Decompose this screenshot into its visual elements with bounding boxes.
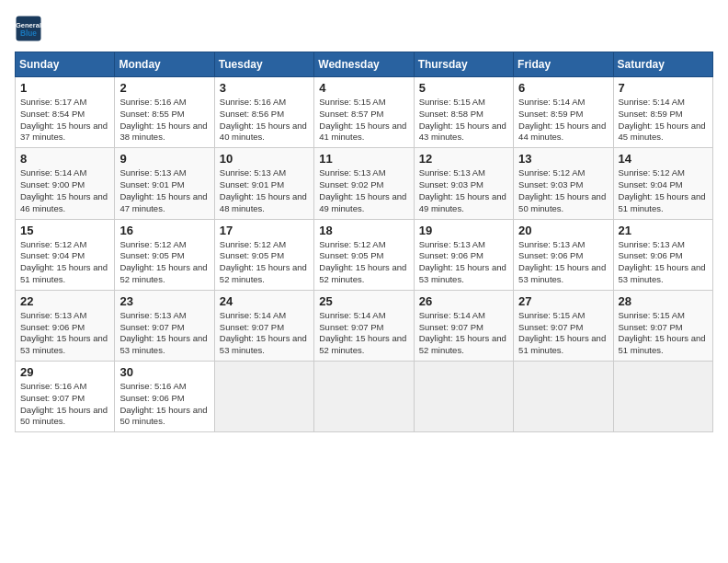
- calendar-cell: [514, 362, 613, 432]
- col-header-wednesday: Wednesday: [314, 52, 414, 77]
- day-info: Sunrise: 5:16 AMSunset: 9:07 PMDaylight:…: [20, 381, 108, 426]
- calendar-cell: 19 Sunrise: 5:13 AMSunset: 9:06 PMDaylig…: [414, 219, 513, 290]
- calendar-cell: 12 Sunrise: 5:13 AMSunset: 9:03 PMDaylig…: [414, 148, 513, 219]
- calendar-cell: 22 Sunrise: 5:13 AMSunset: 9:06 PMDaylig…: [16, 290, 115, 361]
- calendar-cell: 10 Sunrise: 5:13 AMSunset: 9:01 PMDaylig…: [214, 148, 313, 219]
- calendar-cell: 13 Sunrise: 5:12 AMSunset: 9:03 PMDaylig…: [514, 148, 613, 219]
- calendar-cell: 2 Sunrise: 5:16 AMSunset: 8:55 PMDayligh…: [115, 77, 214, 148]
- day-number: 30: [119, 365, 209, 379]
- day-number: 27: [518, 294, 608, 308]
- day-info: Sunrise: 5:15 AMSunset: 9:07 PMDaylight:…: [619, 310, 706, 355]
- day-info: Sunrise: 5:14 AMSunset: 8:59 PMDaylight:…: [619, 97, 706, 142]
- day-info: Sunrise: 5:14 AMSunset: 9:00 PMDaylight:…: [20, 167, 108, 213]
- day-info: Sunrise: 5:13 AMSunset: 9:06 PMDaylight:…: [419, 239, 506, 284]
- calendar-cell: 6 Sunrise: 5:14 AMSunset: 8:59 PMDayligh…: [514, 77, 613, 148]
- calendar-cell: 7 Sunrise: 5:14 AMSunset: 8:59 PMDayligh…: [613, 77, 712, 148]
- day-number: 7: [619, 81, 708, 95]
- day-info: Sunrise: 5:15 AMSunset: 8:57 PMDaylight:…: [319, 97, 406, 142]
- calendar-cell: [314, 362, 414, 432]
- day-info: Sunrise: 5:15 AMSunset: 8:58 PMDaylight:…: [419, 97, 506, 142]
- calendar-cell: 20 Sunrise: 5:13 AMSunset: 9:06 PMDaylig…: [514, 219, 613, 290]
- day-info: Sunrise: 5:13 AMSunset: 9:01 PMDaylight:…: [220, 167, 307, 213]
- day-number: 5: [419, 81, 508, 95]
- day-number: 3: [220, 81, 309, 95]
- day-number: 11: [319, 152, 408, 166]
- day-info: Sunrise: 5:16 AMSunset: 8:55 PMDaylight:…: [119, 97, 207, 142]
- col-header-thursday: Thursday: [414, 52, 513, 77]
- calendar-cell: 29 Sunrise: 5:16 AMSunset: 9:07 PMDaylig…: [16, 362, 115, 432]
- calendar-cell: 26 Sunrise: 5:14 AMSunset: 9:07 PMDaylig…: [414, 290, 513, 361]
- day-number: 14: [619, 152, 708, 166]
- calendar-cell: 3 Sunrise: 5:16 AMSunset: 8:56 PMDayligh…: [214, 77, 313, 148]
- calendar-cell: 11 Sunrise: 5:13 AMSunset: 9:02 PMDaylig…: [314, 148, 414, 219]
- day-number: 9: [119, 152, 209, 166]
- calendar-cell: [214, 362, 313, 432]
- calendar-cell: [613, 362, 712, 432]
- day-number: 29: [20, 365, 109, 379]
- day-info: Sunrise: 5:16 AMSunset: 9:06 PMDaylight:…: [119, 381, 207, 426]
- logo: General Blue: [15, 15, 42, 42]
- day-number: 16: [119, 224, 209, 237]
- day-info: Sunrise: 5:12 AMSunset: 9:04 PMDaylight:…: [619, 167, 706, 213]
- day-info: Sunrise: 5:13 AMSunset: 9:06 PMDaylight:…: [20, 310, 108, 355]
- day-info: Sunrise: 5:17 AMSunset: 8:54 PMDaylight:…: [20, 97, 108, 142]
- calendar-cell: 24 Sunrise: 5:14 AMSunset: 9:07 PMDaylig…: [214, 290, 313, 361]
- calendar-cell: 17 Sunrise: 5:12 AMSunset: 9:05 PMDaylig…: [214, 219, 313, 290]
- day-number: 8: [20, 152, 109, 166]
- calendar-cell: 27 Sunrise: 5:15 AMSunset: 9:07 PMDaylig…: [514, 290, 613, 361]
- calendar-cell: 28 Sunrise: 5:15 AMSunset: 9:07 PMDaylig…: [613, 290, 712, 361]
- calendar-cell: 15 Sunrise: 5:12 AMSunset: 9:04 PMDaylig…: [16, 219, 115, 290]
- calendar-cell: [414, 362, 513, 432]
- day-info: Sunrise: 5:13 AMSunset: 9:06 PMDaylight:…: [518, 239, 606, 284]
- calendar-cell: 25 Sunrise: 5:14 AMSunset: 9:07 PMDaylig…: [314, 290, 414, 361]
- day-info: Sunrise: 5:12 AMSunset: 9:05 PMDaylight:…: [319, 239, 406, 284]
- day-info: Sunrise: 5:13 AMSunset: 9:07 PMDaylight:…: [119, 310, 207, 355]
- day-info: Sunrise: 5:13 AMSunset: 9:02 PMDaylight:…: [319, 167, 406, 213]
- day-number: 26: [419, 294, 508, 308]
- day-number: 13: [518, 152, 608, 166]
- col-header-friday: Friday: [514, 52, 613, 77]
- day-number: 24: [220, 294, 309, 308]
- calendar-cell: 5 Sunrise: 5:15 AMSunset: 8:58 PMDayligh…: [414, 77, 513, 148]
- day-info: Sunrise: 5:13 AMSunset: 9:01 PMDaylight:…: [119, 167, 207, 213]
- calendar-cell: 16 Sunrise: 5:12 AMSunset: 9:05 PMDaylig…: [115, 219, 214, 290]
- calendar-cell: 4 Sunrise: 5:15 AMSunset: 8:57 PMDayligh…: [314, 77, 414, 148]
- day-info: Sunrise: 5:13 AMSunset: 9:06 PMDaylight:…: [619, 239, 706, 284]
- logo-icon: General Blue: [15, 15, 42, 42]
- col-header-tuesday: Tuesday: [214, 52, 313, 77]
- day-number: 22: [20, 294, 109, 308]
- calendar-cell: 14 Sunrise: 5:12 AMSunset: 9:04 PMDaylig…: [613, 148, 712, 219]
- svg-text:General: General: [16, 21, 41, 29]
- calendar-table: SundayMondayTuesdayWednesdayThursdayFrid…: [15, 52, 713, 432]
- day-number: 18: [319, 224, 408, 237]
- day-info: Sunrise: 5:14 AMSunset: 9:07 PMDaylight:…: [319, 310, 406, 355]
- day-number: 21: [619, 224, 708, 237]
- col-header-saturday: Saturday: [613, 52, 712, 77]
- calendar-cell: 21 Sunrise: 5:13 AMSunset: 9:06 PMDaylig…: [613, 219, 712, 290]
- calendar-cell: 23 Sunrise: 5:13 AMSunset: 9:07 PMDaylig…: [115, 290, 214, 361]
- day-info: Sunrise: 5:16 AMSunset: 8:56 PMDaylight:…: [220, 97, 307, 142]
- day-info: Sunrise: 5:14 AMSunset: 8:59 PMDaylight:…: [518, 97, 606, 142]
- day-number: 6: [518, 81, 608, 95]
- calendar-cell: 9 Sunrise: 5:13 AMSunset: 9:01 PMDayligh…: [115, 148, 214, 219]
- day-number: 28: [619, 294, 708, 308]
- day-info: Sunrise: 5:14 AMSunset: 9:07 PMDaylight:…: [220, 310, 307, 355]
- day-info: Sunrise: 5:15 AMSunset: 9:07 PMDaylight:…: [518, 310, 606, 355]
- calendar-cell: 18 Sunrise: 5:12 AMSunset: 9:05 PMDaylig…: [314, 219, 414, 290]
- day-number: 23: [119, 294, 209, 308]
- day-info: Sunrise: 5:12 AMSunset: 9:05 PMDaylight:…: [220, 239, 307, 284]
- day-number: 20: [518, 224, 608, 237]
- header: General Blue: [15, 15, 713, 42]
- day-number: 10: [220, 152, 309, 166]
- day-number: 15: [20, 224, 109, 237]
- day-number: 19: [419, 224, 508, 237]
- day-number: 4: [319, 81, 408, 95]
- day-number: 25: [319, 294, 408, 308]
- col-header-monday: Monday: [115, 52, 214, 77]
- calendar-cell: 8 Sunrise: 5:14 AMSunset: 9:00 PMDayligh…: [16, 148, 115, 219]
- day-number: 1: [20, 81, 109, 95]
- day-info: Sunrise: 5:14 AMSunset: 9:07 PMDaylight:…: [419, 310, 506, 355]
- calendar-cell: 1 Sunrise: 5:17 AMSunset: 8:54 PMDayligh…: [16, 77, 115, 148]
- day-number: 2: [119, 81, 209, 95]
- day-info: Sunrise: 5:12 AMSunset: 9:04 PMDaylight:…: [20, 239, 108, 284]
